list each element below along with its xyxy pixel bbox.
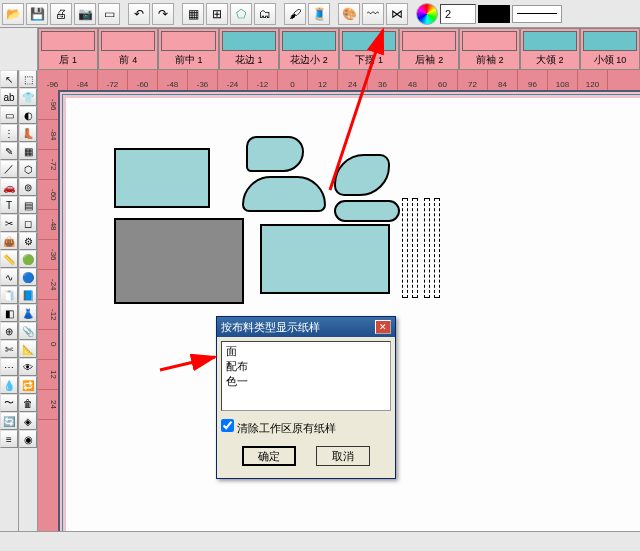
ruler-vertical: -96-84-72-60-48-36-24-1201224 (38, 90, 58, 531)
pattern-piece[interactable] (434, 198, 440, 298)
panel-item[interactable]: 前中 1 (158, 28, 218, 70)
stitch2-icon[interactable]: ⋯ (0, 358, 18, 376)
stroke-width-input[interactable] (440, 4, 476, 24)
pocket-icon[interactable]: 👕 (19, 88, 37, 106)
dialog-titlebar[interactable]: 按布料类型显示纸样 ✕ (217, 317, 395, 337)
color-swatch[interactable] (478, 5, 510, 23)
pen-icon[interactable]: ✎ (0, 142, 18, 160)
panel-item[interactable]: 大领 2 (520, 28, 580, 70)
car-icon[interactable]: 🚗 (0, 178, 18, 196)
fabric-listbox[interactable]: 面配布色一 (221, 341, 391, 411)
shape2-icon[interactable]: ◧ (0, 304, 18, 322)
piece2-icon[interactable]: 👗 (19, 304, 37, 322)
pattern-piece[interactable] (114, 218, 244, 304)
tool-palette-icon[interactable]: 🎨 (338, 3, 360, 25)
pattern-piece[interactable] (334, 200, 400, 222)
measure-icon[interactable]: 📐 (19, 340, 37, 358)
grid2-icon[interactable]: ▦ (19, 142, 37, 160)
misc-icon[interactable]: ◈ (19, 412, 37, 430)
tool-save-icon[interactable]: 💾 (26, 3, 48, 25)
panel-item[interactable]: 后袖 2 (399, 28, 459, 70)
piece-icon[interactable]: ◐ (19, 106, 37, 124)
refresh-icon[interactable]: 🔄 (0, 412, 18, 430)
book-icon[interactable]: 📘 (19, 286, 37, 304)
bag-icon[interactable]: 👜 (0, 232, 18, 250)
water-icon[interactable]: 💧 (0, 376, 18, 394)
boot-icon[interactable]: 👢 (19, 124, 37, 142)
roll-icon[interactable]: 🧻 (0, 286, 18, 304)
fabric-type-dialog: 按布料类型显示纸样 ✕ 面配布色一 清除工作区原有纸样 确定 取消 (216, 316, 396, 479)
tool-shape-icon[interactable]: ⬠ (230, 3, 252, 25)
machine-icon[interactable]: ⚙ (19, 232, 37, 250)
target-icon[interactable]: ⊚ (19, 178, 37, 196)
panel-item[interactable]: 花边小 2 (279, 28, 339, 70)
pattern-piece[interactable] (246, 136, 304, 172)
pattern-piece[interactable] (412, 198, 418, 298)
reset-icon[interactable]: 🔁 (19, 376, 37, 394)
wave-icon[interactable]: 〜 (0, 394, 18, 412)
layer3-icon[interactable]: ▤ (19, 196, 37, 214)
tool-open-icon[interactable]: 📂 (2, 3, 24, 25)
clear-checkbox[interactable] (221, 419, 234, 432)
blue-icon[interactable]: 🔵 (19, 268, 37, 286)
left-toolbar-1: ↖ ab ▭ ⋮ ✎ ／ 🚗 T ✂ 👜 📏 ∿ 🧻 ◧ ⊕ ✄ ⋯ 💧 〜 🔄… (0, 70, 19, 531)
tool-layers-icon[interactable]: 🗂 (254, 3, 276, 25)
panel-item[interactable]: 前袖 2 (459, 28, 519, 70)
tool-grid-icon[interactable]: ⊞ (206, 3, 228, 25)
sq-icon[interactable]: ◻ (19, 214, 37, 232)
tool-frame-icon[interactable]: ▭ (98, 3, 120, 25)
hex-icon[interactable]: ⬡ (19, 160, 37, 178)
list-item[interactable]: 配布 (224, 359, 388, 374)
pattern-piece[interactable] (260, 224, 390, 294)
cancel-button[interactable]: 取消 (316, 446, 370, 466)
ok-button[interactable]: 确定 (242, 446, 296, 466)
trash-icon[interactable]: 🗑 (19, 394, 37, 412)
panel-item[interactable]: 后 1 (38, 28, 98, 70)
scissors-icon[interactable]: ✂ (0, 214, 18, 232)
close-icon[interactable]: ✕ (375, 320, 391, 334)
select2-icon[interactable]: ⬚ (19, 70, 37, 88)
tool-undo-icon[interactable]: ↶ (128, 3, 150, 25)
pattern-piece[interactable] (114, 148, 210, 208)
rect-icon[interactable]: ▭ (0, 106, 18, 124)
lines-icon[interactable]: ≡ (0, 430, 18, 448)
tool-stitch-icon[interactable]: ⋈ (386, 3, 408, 25)
pattern-piece[interactable] (242, 176, 326, 212)
panel-left-strip (0, 28, 38, 70)
panel-item[interactable]: 下摆 1 (339, 28, 399, 70)
pattern-piece[interactable] (334, 154, 390, 196)
list-item[interactable]: 色一 (224, 374, 388, 389)
tool-brush-icon[interactable]: 🖌 (284, 3, 306, 25)
bottom-scrollbar[interactable] (0, 531, 640, 551)
misc2-icon[interactable]: ◉ (19, 430, 37, 448)
tool-camera-icon[interactable]: 📷 (74, 3, 96, 25)
view-icon[interactable]: 👁 (19, 358, 37, 376)
dialog-title: 按布料类型显示纸样 (221, 320, 320, 334)
compass-icon[interactable]: ⊕ (0, 322, 18, 340)
panel-item[interactable]: 小领 10 (580, 28, 640, 70)
clip-icon[interactable]: 📎 (19, 322, 37, 340)
line-icon[interactable]: ／ (0, 160, 18, 178)
list-item[interactable]: 面 (224, 344, 388, 359)
tool-redo-icon[interactable]: ↷ (152, 3, 174, 25)
tool-colorwheel-icon[interactable] (416, 3, 438, 25)
tool-fabric-type-icon[interactable]: 🧵 (308, 3, 330, 25)
text-icon[interactable]: T (0, 196, 18, 214)
green-icon[interactable]: 🟢 (19, 250, 37, 268)
ab-icon[interactable]: ab (0, 88, 18, 106)
tool-align-icon[interactable]: ▦ (182, 3, 204, 25)
pattern-piece[interactable] (424, 198, 430, 298)
panel-item[interactable]: 花边 1 (219, 28, 279, 70)
panel-item[interactable]: 前 4 (98, 28, 158, 70)
pattern-piece[interactable] (402, 198, 408, 298)
curve2-icon[interactable]: ∿ (0, 268, 18, 286)
cut-icon[interactable]: ✄ (0, 340, 18, 358)
line-style-select[interactable] (512, 5, 562, 23)
clear-checkbox-row[interactable]: 清除工作区原有纸样 (221, 419, 391, 436)
tool-curve-icon[interactable]: 〰 (362, 3, 384, 25)
ruler-icon[interactable]: 📏 (0, 250, 18, 268)
pointer-icon[interactable]: ↖ (0, 70, 18, 88)
top-toolbar: 📂 💾 🖨 📷 ▭ ↶ ↷ ▦ ⊞ ⬠ 🗂 🖌 🧵 🎨 〰 ⋈ (0, 0, 640, 28)
dots-icon[interactable]: ⋮ (0, 124, 18, 142)
tool-print-icon[interactable]: 🖨 (50, 3, 72, 25)
